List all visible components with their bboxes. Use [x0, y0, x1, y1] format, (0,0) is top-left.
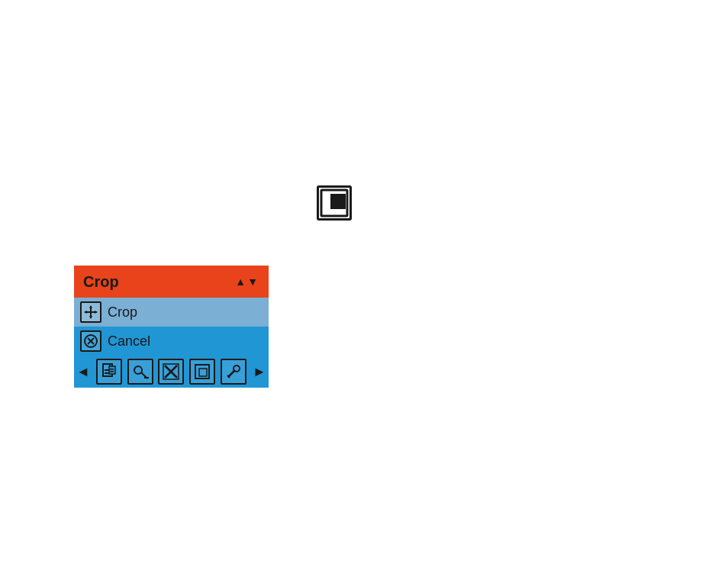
svg-rect-13 — [105, 372, 109, 374]
cancel-icon — [80, 330, 101, 352]
toolbar-icons — [92, 359, 250, 385]
cancel-item-label: Cancel — [108, 333, 150, 349]
toolbar-right-arrow[interactable]: ► — [250, 356, 269, 388]
svg-marker-4 — [89, 305, 92, 308]
svg-rect-17 — [110, 371, 114, 372]
svg-rect-15 — [109, 366, 115, 374]
svg-marker-7 — [95, 311, 98, 314]
svg-marker-6 — [84, 311, 87, 314]
cancel-menu-item[interactable]: Cancel — [74, 327, 269, 356]
crop-dropdown-panel: Crop ▲▼ Crop Cancel — [74, 266, 269, 388]
frame-icon[interactable] — [189, 359, 215, 385]
crop-menu-item[interactable]: Crop — [74, 298, 269, 327]
dropdown-arrows[interactable]: ▲▼ — [235, 275, 259, 288]
toolbar-left-arrow[interactable]: ◄ — [74, 356, 92, 388]
settings-icon[interactable] — [221, 359, 246, 385]
dropdown-title: Crop — [83, 273, 119, 291]
svg-rect-26 — [199, 369, 207, 376]
document-icon[interactable] — [96, 359, 122, 385]
scissors-icon[interactable] — [158, 359, 184, 385]
crop-tool-icon — [317, 185, 355, 224]
crop-item-label: Crop — [108, 304, 137, 320]
key-icon[interactable] — [127, 359, 153, 385]
dropdown-header[interactable]: Crop ▲▼ — [74, 266, 269, 298]
svg-marker-5 — [89, 316, 92, 319]
svg-rect-12 — [105, 369, 109, 371]
svg-rect-1 — [330, 194, 346, 209]
toolbar-row: ◄ — [74, 356, 269, 388]
svg-rect-16 — [110, 369, 114, 370]
svg-point-28 — [234, 366, 240, 372]
crop-move-icon — [80, 301, 101, 323]
